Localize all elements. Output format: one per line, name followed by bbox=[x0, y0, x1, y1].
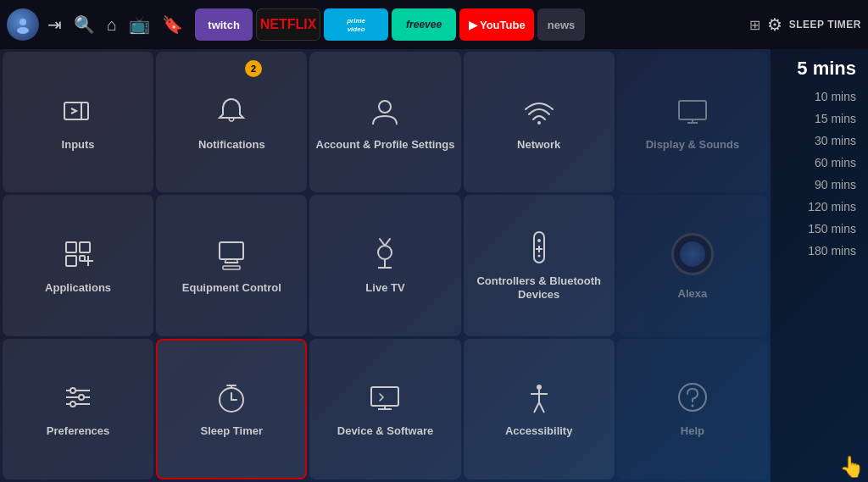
svg-line-44 bbox=[539, 402, 544, 413]
prime-label: prime bbox=[347, 17, 365, 25]
svg-point-5 bbox=[537, 121, 541, 125]
tile-equipment[interactable]: Equipment Control bbox=[156, 195, 307, 335]
account-tile-icon bbox=[366, 92, 403, 130]
svg-rect-11 bbox=[66, 256, 76, 266]
svg-point-24 bbox=[537, 239, 541, 242]
input-tile-icon bbox=[59, 92, 97, 130]
prime-sub: video bbox=[348, 25, 365, 33]
svg-rect-15 bbox=[220, 242, 243, 259]
settings-gear-icon[interactable]: ⚙ bbox=[767, 14, 782, 35]
tile-livetv[interactable]: Live TV bbox=[309, 195, 460, 335]
screen-tile-icon bbox=[366, 379, 403, 416]
time-option-180[interactable]: 180 mins bbox=[808, 242, 856, 259]
main-content: Inputs 2 Notifications Account & Profile… bbox=[0, 49, 868, 482]
freevee-app[interactable]: freevee bbox=[392, 8, 456, 41]
svg-point-4 bbox=[379, 101, 391, 113]
time-option-90[interactable]: 90 mins bbox=[815, 176, 856, 193]
sleep-timer-nav-label: SLEEP TIMER bbox=[789, 19, 861, 30]
tile-help-label: Help bbox=[681, 424, 704, 439]
tile-account[interactable]: Account & Profile Settings bbox=[309, 52, 460, 192]
svg-point-40 bbox=[537, 385, 542, 390]
time-option-15[interactable]: 15 mins bbox=[815, 110, 856, 127]
antenna-tile-icon bbox=[366, 235, 403, 273]
tile-accessibility[interactable]: Accessibility bbox=[464, 339, 615, 479]
news-label: news bbox=[548, 19, 576, 31]
tile-display[interactable]: Display & Sounds bbox=[617, 52, 768, 192]
tile-preferences[interactable]: Preferences bbox=[3, 339, 153, 479]
tv-icon[interactable]: 📺 bbox=[129, 14, 150, 35]
tile-inputs[interactable]: Inputs bbox=[3, 52, 153, 192]
svg-point-46 bbox=[691, 405, 693, 407]
svg-point-20 bbox=[378, 246, 392, 259]
help-tile-icon bbox=[674, 379, 711, 416]
time-option-5[interactable]: 5 mins bbox=[797, 56, 856, 81]
svg-rect-9 bbox=[66, 242, 76, 252]
svg-rect-37 bbox=[371, 387, 398, 406]
tile-help[interactable]: Help bbox=[617, 339, 768, 479]
time-option-120[interactable]: 120 mins bbox=[808, 198, 856, 215]
app-shortcuts: twitch NETFLIX prime video freevee ▶ You… bbox=[195, 8, 744, 41]
monitor-tile-icon bbox=[213, 235, 250, 273]
bookmark-icon[interactable]: 🔖 bbox=[162, 14, 183, 35]
tile-equipment-label: Equipment Control bbox=[182, 281, 281, 296]
time-option-60[interactable]: 60 mins bbox=[815, 154, 856, 171]
twitch-app[interactable]: twitch bbox=[195, 8, 253, 41]
tile-accessibility-label: Accessibility bbox=[505, 424, 573, 439]
tile-network-label: Network bbox=[517, 138, 560, 152]
avatar[interactable] bbox=[7, 8, 39, 41]
netflix-app[interactable]: NETFLIX bbox=[256, 8, 320, 41]
youtube-app[interactable]: ▶ YouTube bbox=[459, 8, 534, 41]
grid-icon: ⊞ bbox=[749, 17, 760, 33]
time-option-30[interactable]: 30 mins bbox=[815, 132, 856, 149]
news-app[interactable]: news bbox=[537, 8, 585, 41]
svg-point-29 bbox=[70, 388, 75, 393]
tile-alexa[interactable]: Alexa bbox=[617, 195, 768, 335]
accessibility-tile-icon bbox=[520, 379, 558, 416]
alexa-icon bbox=[671, 233, 714, 275]
tile-device-software[interactable]: Device & Software bbox=[309, 339, 460, 479]
sleep-timer-panel: 5 mins 10 mins 15 mins 30 mins 60 mins 9… bbox=[771, 49, 868, 482]
home-icon[interactable]: ⌂ bbox=[107, 15, 117, 35]
tile-controllers[interactable]: Controllers & Bluetooth Devices bbox=[464, 195, 615, 335]
input-icon[interactable]: ⇥ bbox=[47, 14, 62, 35]
tile-network[interactable]: Network bbox=[464, 52, 615, 192]
time-option-150[interactable]: 150 mins bbox=[808, 220, 856, 237]
display-tile-icon bbox=[674, 92, 711, 130]
tile-sleep-timer[interactable]: Sleep Timer bbox=[156, 339, 307, 479]
bell-tile-icon bbox=[213, 92, 250, 130]
svg-point-27 bbox=[537, 254, 540, 257]
notification-badge: 2 bbox=[245, 60, 262, 77]
freevee-label: freevee bbox=[406, 19, 442, 30]
tile-sleep-timer-label: Sleep Timer bbox=[201, 424, 263, 439]
tile-notifications-label: Notifications bbox=[198, 138, 265, 152]
svg-point-0 bbox=[19, 19, 26, 25]
svg-point-1 bbox=[17, 27, 29, 34]
network-tile-icon bbox=[520, 92, 558, 130]
tile-display-label: Display & Sounds bbox=[646, 138, 740, 152]
svg-point-33 bbox=[70, 402, 75, 407]
remote-tile-icon bbox=[520, 229, 558, 266]
tile-inputs-label: Inputs bbox=[62, 138, 95, 152]
apps-tile-icon bbox=[59, 235, 97, 273]
search-icon[interactable]: 🔍 bbox=[74, 14, 95, 35]
youtube-label: ▶ YouTube bbox=[469, 19, 526, 31]
tile-controllers-label: Controllers & Bluetooth Devices bbox=[464, 274, 615, 303]
svg-point-31 bbox=[79, 395, 84, 400]
svg-rect-10 bbox=[80, 242, 90, 252]
top-navigation: ⇥ 🔍 ⌂ 📺 🔖 twitch NETFLIX prime video fre… bbox=[0, 0, 868, 49]
settings-grid: Inputs 2 Notifications Account & Profile… bbox=[0, 49, 771, 482]
tile-applications-label: Applications bbox=[45, 281, 111, 296]
tile-notifications[interactable]: 2 Notifications bbox=[156, 52, 307, 192]
scroll-indicator-icon: 👆 bbox=[839, 455, 865, 479]
tile-livetv-label: Live TV bbox=[365, 281, 404, 296]
tile-applications[interactable]: Applications bbox=[3, 195, 153, 335]
tile-device-software-label: Device & Software bbox=[337, 424, 433, 439]
svg-rect-19 bbox=[223, 266, 240, 269]
svg-rect-6 bbox=[679, 101, 706, 119]
nav-icons: ⇥ 🔍 ⌂ 📺 🔖 bbox=[47, 14, 183, 35]
netflix-label: NETFLIX bbox=[260, 17, 317, 32]
prime-app[interactable]: prime video bbox=[324, 8, 388, 41]
time-option-10[interactable]: 10 mins bbox=[815, 88, 856, 105]
sliders-tile-icon bbox=[59, 379, 97, 416]
tile-preferences-label: Preferences bbox=[47, 424, 109, 439]
